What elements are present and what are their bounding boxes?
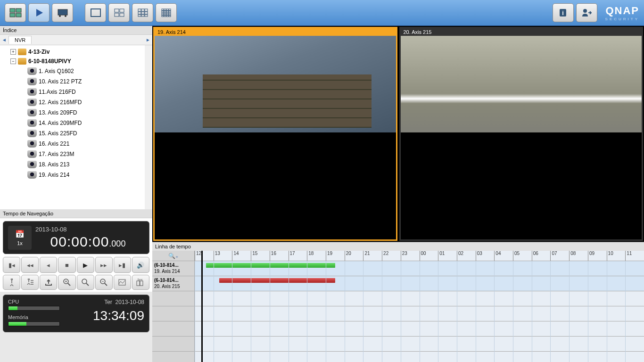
svg-rect-34: [162, 16, 164, 17]
camera-icon: [27, 67, 37, 75]
last-button[interactable]: ▸▮: [114, 257, 131, 273]
server-node[interactable]: +4-13-Ziv: [0, 47, 145, 57]
svg-rect-23: [164, 9, 166, 11]
svg-rect-32: [166, 13, 168, 15]
rewind-button[interactable]: ◂◂: [21, 257, 39, 273]
nav-title: Tempo de Navegação: [0, 209, 152, 218]
monitors-button[interactable]: [5, 3, 26, 22]
svg-rect-28: [166, 11, 168, 13]
recording-bar[interactable]: [219, 278, 335, 283]
svg-line-42: [68, 283, 70, 286]
server-node[interactable]: −6-10-8148UPIVY: [0, 57, 145, 66]
camera-node[interactable]: 11.Axis 216FD: [0, 87, 145, 97]
svg-marker-4: [36, 9, 43, 16]
clock-date: Ter 2013-10-08: [65, 299, 144, 305]
camera-node[interactable]: 13. Axis 209FD: [0, 107, 145, 118]
emap-button[interactable]: [52, 3, 73, 22]
expand-icon[interactable]: +: [10, 49, 16, 55]
svg-rect-33: [169, 13, 171, 15]
tab-bar: ◄ NVR ►: [0, 35, 152, 45]
svg-rect-52: [140, 281, 143, 286]
timeline-ruler[interactable]: 1213141516171819202122230001020304050607…: [195, 251, 644, 261]
export-button[interactable]: [40, 275, 57, 290]
camera-node[interactable]: 19. Axis 214: [0, 170, 145, 180]
svg-point-7: [65, 15, 66, 17]
svg-rect-26: [162, 11, 164, 13]
info-button[interactable]: i: [553, 3, 574, 22]
device-tree[interactable]: +4-13-Ziv−6-10-8148UPIVY1. Axis Q160210.…: [0, 45, 145, 209]
camera-node[interactable]: 15. Axis 225FD: [0, 128, 145, 139]
bookmark-list-button[interactable]: [21, 275, 39, 290]
first-button[interactable]: ▮◂: [3, 257, 20, 273]
forward-button[interactable]: ▸▸: [95, 257, 113, 273]
scrollbar[interactable]: [145, 45, 152, 209]
svg-rect-21: [145, 15, 148, 16]
logout-button[interactable]: [576, 3, 597, 22]
svg-point-6: [59, 15, 61, 17]
step-back-button[interactable]: ◂: [40, 257, 57, 273]
svg-rect-18: [145, 12, 148, 14]
camera-node[interactable]: 1. Axis Q1602: [0, 66, 145, 76]
svg-rect-51: [137, 281, 140, 286]
svg-rect-13: [138, 9, 141, 11]
layout-4-button[interactable]: [108, 3, 130, 22]
svg-text:Sync: Sync: [138, 279, 143, 281]
layout-9-button[interactable]: [132, 3, 153, 22]
camera-node[interactable]: 16. Axis 221: [0, 139, 145, 149]
timeline-row-label[interactable]: (6-10-814...20. Axis 215: [152, 276, 194, 291]
camera-icon: [27, 161, 37, 168]
camera-node[interactable]: 14. Axis 209MFD: [0, 118, 145, 128]
svg-rect-11: [115, 13, 119, 16]
svg-rect-37: [169, 16, 171, 17]
zoom-out-button[interactable]: [95, 275, 113, 290]
timeline-zoom-button[interactable]: 🔍₊: [152, 251, 194, 261]
top-toolbar: i QNAP SECURITY: [0, 0, 644, 26]
ruler-tick: 21: [363, 251, 370, 261]
audio-button[interactable]: 🔊: [132, 257, 149, 273]
timeline-cursor[interactable]: [201, 251, 203, 362]
tab-prev-icon[interactable]: ◄: [0, 37, 8, 42]
camera-icon: [27, 88, 37, 96]
playback-controls: ▮◂ ◂◂ ◂ ■ ▶ ▸▸ ▸▮ 🔊: [3, 257, 149, 273]
enhance-button[interactable]: [114, 275, 131, 290]
ruler-tick: 11: [625, 251, 632, 261]
tab-nvr[interactable]: NVR: [8, 36, 32, 44]
svg-rect-9: [115, 9, 119, 12]
camera-node[interactable]: 17. Axis 223M: [0, 149, 145, 159]
stop-button[interactable]: ■: [58, 257, 75, 273]
svg-point-45: [82, 279, 87, 284]
timeline-row-label[interactable]: (6-10-814...19. Axis 214: [152, 261, 194, 276]
bookmark-add-button[interactable]: [3, 275, 20, 290]
svg-rect-36: [166, 16, 168, 17]
ruler-tick: 14: [232, 251, 239, 261]
zoom-reset-button[interactable]: [77, 275, 94, 290]
recording-bar[interactable]: [206, 263, 335, 268]
tab-next-icon[interactable]: ►: [144, 37, 152, 42]
camera-node[interactable]: 10. Axis 212 PTZ: [0, 76, 145, 87]
speed-indicator[interactable]: 📅 1x: [8, 226, 32, 250]
camera-icon: [27, 140, 37, 148]
status-panel: CPU Memória Ter 2013-10-08 13:34:09: [3, 295, 149, 332]
playback-button[interactable]: [28, 3, 50, 22]
layout-16-button[interactable]: [156, 3, 177, 22]
video-cell[interactable]: 19. Axis 214: [153, 27, 397, 241]
svg-rect-29: [169, 11, 171, 13]
collapse-icon[interactable]: −: [10, 58, 16, 64]
ruler-tick: 19: [326, 251, 332, 261]
camera-node[interactable]: 18. Axis 213: [0, 159, 145, 170]
camera-node[interactable]: 12. Axis 216MFD: [0, 97, 145, 107]
play-button[interactable]: ▶: [77, 257, 94, 273]
sync-button[interactable]: Sync: [132, 275, 149, 290]
ruler-tick: 01: [438, 251, 445, 261]
ruler-tick: 03: [476, 251, 482, 261]
svg-rect-22: [162, 9, 164, 11]
svg-rect-8: [91, 9, 100, 16]
svg-rect-10: [120, 9, 124, 12]
video-cell[interactable]: 20. Axis 215: [399, 27, 644, 241]
video-label: 20. Axis 215: [401, 28, 642, 36]
zoom-in-button[interactable]: [58, 275, 75, 290]
index-title: Índice: [0, 26, 152, 35]
svg-rect-2: [10, 13, 15, 17]
ruler-tick: 12: [195, 251, 201, 261]
layout-1-button[interactable]: [85, 3, 106, 22]
